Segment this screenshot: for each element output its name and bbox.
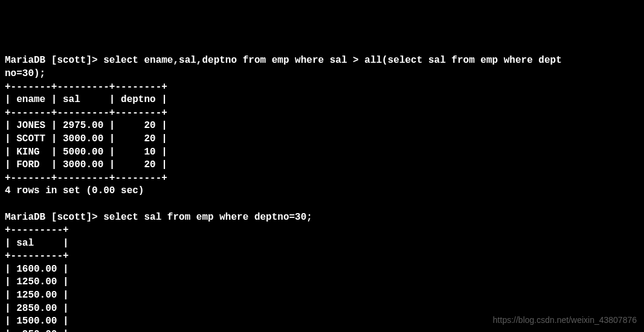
status-text: 4 rows in set (0.00 sec) <box>5 185 144 196</box>
table-row: | SCOTT | 3000.00 | 20 | <box>5 133 167 144</box>
table-row: | 1250.00 | <box>5 290 69 301</box>
table-row: | 950.00 | <box>5 329 69 332</box>
table-border: +---------+ <box>5 251 69 261</box>
sql-query: select sal from emp where deptno=30; <box>103 212 312 223</box>
table-row: | KING | 5000.00 | 10 | <box>5 147 167 158</box>
table-border: +-------+---------+--------+ <box>5 173 167 184</box>
table-header: | ename | sal | deptno | <box>5 94 167 105</box>
table-header: | sal | <box>5 238 69 249</box>
watermark-text: https://blog.csdn.net/weixin_43807876 <box>493 314 637 326</box>
table-border: +-------+---------+--------+ <box>5 107 167 118</box>
table-border: +-------+---------+--------+ <box>5 81 167 92</box>
table-row: | 1600.00 | <box>5 264 69 275</box>
prompt: MariaDB [scott]> <box>5 212 103 223</box>
table-row: | 2850.00 | <box>5 303 69 314</box>
table-row: | FORD | 3000.00 | 20 | <box>5 159 167 170</box>
sql-query-line2: no=30); <box>5 68 45 79</box>
table-row: | 1250.00 | <box>5 276 69 287</box>
table-border: +---------+ <box>5 225 69 235</box>
table-row: | 1500.00 | <box>5 316 69 327</box>
table-row: | JONES | 2975.00 | 20 | <box>5 120 167 131</box>
terminal-output[interactable]: MariaDB [scott]> select ename,sal,deptno… <box>5 54 639 332</box>
sql-query-line1: select ename,sal,deptno from emp where s… <box>103 55 562 66</box>
prompt: MariaDB [scott]> <box>5 55 103 66</box>
